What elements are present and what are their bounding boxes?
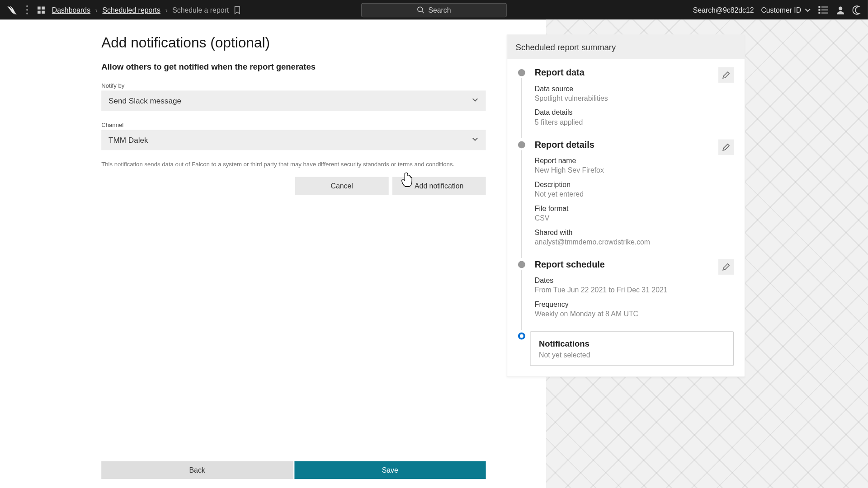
cancel-button[interactable]: Cancel bbox=[295, 177, 389, 195]
pencil-icon bbox=[722, 143, 730, 151]
list-icon[interactable] bbox=[818, 5, 829, 14]
summary-panel: Scheduled report summary Report data Dat… bbox=[507, 34, 745, 377]
chevron-right-icon: › bbox=[95, 6, 98, 14]
notifications-form: Add notifications (optional) Allow other… bbox=[101, 34, 486, 195]
step-connector bbox=[521, 150, 522, 258]
chevron-down-icon bbox=[472, 96, 479, 105]
chevron-right-icon: › bbox=[165, 6, 167, 14]
notifications-value: Not yet selected bbox=[539, 351, 725, 359]
customer-id-dropdown[interactable]: Customer ID bbox=[761, 6, 801, 14]
svg-line-1 bbox=[422, 11, 424, 13]
data-source-label: Data source bbox=[535, 84, 734, 93]
falcon-logo-icon[interactable] bbox=[6, 5, 18, 15]
notify-by-label: Notify by bbox=[101, 82, 486, 89]
pencil-icon bbox=[722, 71, 730, 79]
topbar: Dashboards › Scheduled reports › Schedul… bbox=[0, 0, 868, 20]
search-icon bbox=[417, 6, 425, 14]
back-button[interactable]: Back bbox=[101, 461, 293, 479]
breadcrumb-dashboards[interactable]: Dashboards bbox=[52, 6, 90, 14]
breadcrumb: Dashboards › Scheduled reports › Schedul… bbox=[52, 6, 241, 14]
data-details-label: Data details bbox=[535, 108, 734, 117]
step-report-schedule: Report schedule Dates From Tue Jun 22 20… bbox=[518, 259, 734, 319]
step-connector bbox=[521, 78, 522, 138]
step-title: Report data bbox=[535, 67, 734, 77]
step-notifications: Notifications Not yet selected bbox=[518, 331, 734, 366]
disclaimer-text: This notification sends data out of Falc… bbox=[101, 161, 486, 168]
step-title: Report details bbox=[535, 140, 734, 150]
channel-label: Channel bbox=[101, 122, 486, 128]
shared-with-label: Shared with bbox=[535, 228, 734, 236]
notify-by-value: Send Slack message bbox=[108, 96, 181, 105]
summary-body: Report data Data source Spotlight vulner… bbox=[507, 59, 745, 377]
description-label: Description bbox=[535, 181, 734, 189]
user-icon[interactable] bbox=[836, 5, 845, 14]
svg-point-8 bbox=[839, 6, 842, 10]
theme-toggle-icon[interactable] bbox=[853, 5, 862, 14]
breadcrumb-current: Schedule a report bbox=[172, 6, 229, 14]
step-connector bbox=[521, 270, 522, 330]
report-name-value: New High Sev Firefox bbox=[535, 166, 734, 174]
description-value: Not yet entered bbox=[535, 190, 734, 198]
save-button[interactable]: Save bbox=[294, 461, 486, 479]
bookmark-icon[interactable] bbox=[234, 6, 241, 14]
svg-rect-6 bbox=[818, 12, 820, 14]
form-button-row: Cancel Add notification bbox=[101, 177, 486, 195]
svg-point-0 bbox=[418, 7, 423, 12]
dates-label: Dates bbox=[535, 277, 734, 285]
drag-handle-icon bbox=[24, 5, 31, 14]
step-dot-complete-icon bbox=[518, 141, 525, 149]
search-placeholder: Search bbox=[428, 6, 451, 14]
notifications-title: Notifications bbox=[539, 339, 725, 348]
svg-rect-5 bbox=[821, 9, 828, 10]
notify-by-select[interactable]: Send Slack message bbox=[101, 90, 486, 111]
topbar-right: Search@9c82dc12 Customer ID bbox=[693, 0, 862, 20]
data-details-value: 5 filters applied bbox=[535, 118, 734, 126]
step-report-details: Report details Report name New High Sev … bbox=[518, 140, 734, 246]
step-title: Report schedule bbox=[535, 259, 734, 269]
chevron-down-icon bbox=[472, 136, 479, 145]
search-context-id: Search@9c82dc12 bbox=[693, 6, 754, 14]
global-search[interactable]: Search bbox=[361, 3, 507, 17]
topbar-left: Dashboards › Scheduled reports › Schedul… bbox=[6, 5, 241, 15]
notifications-card[interactable]: Notifications Not yet selected bbox=[530, 331, 734, 366]
step-dot-complete-icon bbox=[518, 69, 525, 76]
file-format-value: CSV bbox=[535, 214, 734, 222]
edit-report-details-button[interactable] bbox=[718, 140, 734, 155]
frequency-value: Weekly on Monday at 8 AM UTC bbox=[535, 310, 734, 318]
dates-value: From Tue Jun 22 2021 to Fri Dec 31 2021 bbox=[535, 286, 734, 294]
report-name-label: Report name bbox=[535, 157, 734, 165]
step-dot-complete-icon bbox=[518, 261, 525, 268]
channel-select[interactable]: TMM Dalek bbox=[101, 130, 486, 150]
edit-report-data-button[interactable] bbox=[718, 67, 734, 83]
data-source-value: Spotlight vulnerabilities bbox=[535, 94, 734, 102]
add-notification-button[interactable]: Add notification bbox=[392, 177, 486, 195]
frequency-label: Frequency bbox=[535, 300, 734, 309]
body-area: Add notifications (optional) Allow other… bbox=[0, 20, 868, 488]
edit-report-schedule-button[interactable] bbox=[718, 259, 734, 275]
svg-rect-7 bbox=[821, 12, 828, 13]
shared-with-value: analyst@tmmdemo.crowdstrike.com bbox=[535, 238, 734, 246]
apps-grid-icon[interactable] bbox=[36, 5, 46, 14]
file-format-label: File format bbox=[535, 204, 734, 212]
pencil-icon bbox=[722, 263, 730, 271]
channel-value: TMM Dalek bbox=[108, 136, 148, 145]
chevron-down-icon bbox=[805, 7, 811, 13]
svg-rect-4 bbox=[818, 9, 820, 10]
page-subtitle: Allow others to get notified when the re… bbox=[101, 62, 486, 71]
step-report-data: Report data Data source Spotlight vulner… bbox=[518, 67, 734, 127]
footer-buttons: Back Save bbox=[101, 461, 486, 479]
svg-rect-2 bbox=[818, 6, 820, 8]
page-title: Add notifications (optional) bbox=[101, 34, 486, 51]
breadcrumb-scheduled-reports[interactable]: Scheduled reports bbox=[102, 6, 160, 14]
step-dot-active-icon bbox=[518, 333, 525, 340]
summary-header: Scheduled report summary bbox=[507, 35, 745, 59]
svg-rect-3 bbox=[821, 6, 828, 7]
